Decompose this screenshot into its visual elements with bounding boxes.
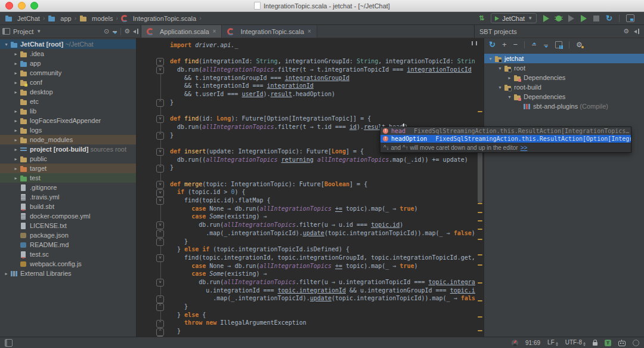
breadcrumb-models[interactable]: models — [78, 14, 114, 22]
expand-arrow[interactable]: ▾ — [506, 94, 513, 100]
expand-arrow[interactable]: ▸ — [2, 271, 10, 276]
run-button[interactable] — [543, 15, 549, 22]
expand-arrow[interactable]: ▾ — [496, 85, 504, 90]
tree-row[interactable]: package.json — [0, 230, 136, 240]
tree-row[interactable]: docker-compose.yml — [0, 211, 136, 221]
tree-row[interactable]: ▸Dependencies — [484, 73, 644, 82]
tree-row[interactable]: build.sbt — [0, 202, 136, 211]
tree-row[interactable]: webpack.config.js — [0, 259, 136, 269]
add-icon[interactable]: + — [502, 41, 507, 48]
fold-marker[interactable]: v — [156, 197, 164, 205]
hector-inspector-icon[interactable] — [618, 341, 626, 346]
refresh-sbt-icon[interactable]: ↻ — [489, 42, 496, 48]
fold-marker[interactable]: v — [156, 189, 164, 197]
expand-arrow[interactable]: ▸ — [12, 166, 20, 171]
expand-arrow[interactable]: ▸ — [12, 175, 20, 181]
tree-row[interactable]: ▸community — [0, 68, 136, 78]
highlighting-level-badge[interactable]: T — [605, 340, 611, 346]
completion-item[interactable]: !headFixedSqlStreamingAction.this.Result… — [380, 127, 631, 135]
expand-all-icon[interactable] — [531, 42, 537, 48]
fold-marker[interactable]: v — [156, 279, 164, 287]
tree-row[interactable]: etc — [0, 97, 136, 106]
gear-icon[interactable]: ⚙ — [124, 28, 130, 35]
fold-marker[interactable]: ^ — [156, 295, 164, 303]
expand-arrow[interactable]: ▸ — [506, 75, 513, 81]
expand-arrow[interactable]: ▸ — [12, 109, 20, 114]
expand-arrow[interactable]: ▾ — [2, 42, 10, 47]
expand-arrow[interactable]: ▾ — [487, 56, 494, 61]
tree-row[interactable]: ▸logs — [0, 125, 136, 135]
line-separator-widget[interactable]: LF — [547, 339, 558, 346]
tree-row[interactable]: ▸lib — [0, 106, 136, 116]
expand-arrow[interactable]: ▸ — [12, 70, 20, 76]
fold-marker[interactable]: v — [156, 58, 164, 66]
tree-row[interactable]: sbt-and-plugins (Compile) — [484, 101, 644, 111]
tree-row[interactable]: test.sc — [0, 250, 136, 259]
fold-marker[interactable]: ^ — [156, 336, 164, 337]
breadcrumb-file[interactable]: IntegrationTopic.scala — [120, 15, 197, 22]
sbt-settings-icon[interactable]: ⚙ — [576, 41, 583, 48]
run-coverage-button[interactable] — [568, 15, 574, 22]
tree-row[interactable]: ▸External Libraries — [0, 269, 136, 278]
dependency-view-icon[interactable] — [555, 41, 562, 48]
fold-marker[interactable]: v — [156, 221, 164, 229]
expand-arrow[interactable]: ▸ — [12, 156, 20, 162]
tree-row[interactable]: ▸desktop — [0, 87, 136, 97]
tree-row[interactable]: ▾root — [484, 63, 644, 73]
fold-marker[interactable]: ^ — [156, 230, 164, 238]
rerun-button[interactable] — [581, 15, 587, 22]
restore-layout-icon[interactable] — [626, 14, 634, 22]
stop-button[interactable] — [593, 16, 599, 21]
memory-gauge-icon[interactable] — [512, 340, 518, 346]
tab-application-scala[interactable]: Application.scala × — [141, 25, 222, 38]
tree-row[interactable]: ▾root-build — [484, 82, 644, 92]
tree-row[interactable]: ▾jetchat — [484, 54, 644, 63]
readonly-lock-icon[interactable] — [593, 342, 597, 346]
breadcrumb-project[interactable]: JetChat — [4, 14, 41, 22]
tab-integrationtopic-scala[interactable]: IntegrationTopic.scala × — [222, 25, 317, 38]
fold-marker[interactable]: ^ — [156, 165, 164, 173]
expand-arrow[interactable]: ▸ — [12, 51, 20, 57]
expand-arrow[interactable]: ▸ — [12, 137, 20, 143]
fold-marker[interactable]: ^ — [156, 320, 164, 328]
vcs-update-icon[interactable]: ⇅ — [479, 14, 484, 22]
tree-row[interactable]: ▸public — [0, 154, 136, 164]
expand-arrow[interactable]: ▸ — [12, 80, 20, 85]
tree-row[interactable]: ▸.idea — [0, 49, 136, 58]
expand-arrow[interactable]: ▾ — [496, 66, 504, 71]
fold-marker[interactable]: ^ — [156, 303, 164, 311]
close-tab-icon[interactable]: × — [213, 28, 216, 35]
toolwindow-switcher-icon[interactable] — [5, 339, 13, 347]
fold-marker[interactable]: ^ — [156, 238, 164, 246]
tree-row[interactable]: ▸app — [0, 58, 136, 68]
tree-row[interactable]: ▾Dependencies — [484, 92, 644, 101]
tree-row[interactable]: ▸node_modules — [0, 135, 136, 144]
tree-row[interactable]: README.md — [0, 240, 136, 250]
expand-arrow[interactable]: ▸ — [12, 128, 20, 133]
hint-more-link[interactable]: >> — [521, 144, 528, 151]
tree-row[interactable]: ▸conf — [0, 78, 136, 87]
fold-marker[interactable]: v — [156, 254, 164, 262]
error-stripe[interactable] — [476, 38, 484, 337]
tree-row[interactable]: LICENSE.txt — [0, 221, 136, 230]
tree-row[interactable]: .travis.yml — [0, 192, 136, 202]
completion-item[interactable]: !headOptionFixedSqlStreamingAction.this.… — [380, 135, 631, 143]
hide-panel-icon[interactable] — [634, 29, 639, 34]
tree-row[interactable]: ▸project [root-build] sources root — [0, 144, 136, 154]
notifications-icon[interactable] — [633, 340, 639, 346]
code-text[interactable]: import driver.api._ def find(integration… — [137, 41, 475, 337]
tree-row[interactable]: ▾JetChat [root] ~/JetChat — [0, 39, 136, 49]
breadcrumb-app[interactable]: app — [47, 14, 72, 22]
tree-row[interactable]: ▸logFacesFixedAppender — [0, 116, 136, 125]
hide-panel-icon[interactable] — [133, 29, 138, 34]
close-tab-icon[interactable]: × — [308, 28, 311, 35]
fold-marker[interactable]: v — [156, 181, 164, 189]
tree-row[interactable]: .gitignore — [0, 183, 136, 192]
fold-marker[interactable]: v — [156, 115, 164, 123]
expand-arrow[interactable]: ▸ — [12, 61, 20, 66]
fold-marker[interactable]: v — [156, 148, 164, 156]
debug-button[interactable] — [556, 16, 562, 21]
expand-arrow[interactable]: ▸ — [12, 118, 20, 124]
encoding-widget[interactable]: UTF-8 — [565, 339, 586, 346]
fold-marker[interactable]: ^ — [156, 328, 164, 336]
